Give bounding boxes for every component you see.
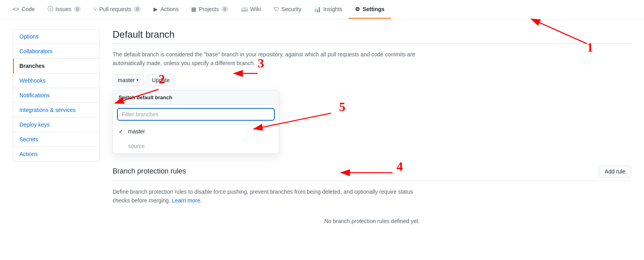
sidebar-item-actions[interactable]: Actions [13,147,100,161]
branch-controls: master ▾ Update Switch default branch ✓ … [113,74,631,86]
projects-icon: ▦ [191,6,196,12]
tab-issues[interactable]: ⓘ Issues 0 [41,0,88,19]
page-layout: Options Collaborators Branches Webhooks … [0,19,644,259]
sidebar-item-branches[interactable]: Branches [13,59,100,73]
branch-name-source: source [128,143,145,149]
tab-insights[interactable]: 📊 Insights [308,0,349,19]
projects-badge: 0 [221,6,228,12]
tab-settings[interactable]: ⚙ Settings [349,0,391,19]
sidebar-item-secrets[interactable]: Secrets [13,132,100,147]
filter-branches-input[interactable] [117,108,275,121]
sidebar-item-options[interactable]: Options [13,29,100,44]
dropdown-item-source[interactable]: source [113,139,279,154]
tab-actions[interactable]: ▶ Actions [147,0,185,19]
chevron-down-icon: ▾ [136,78,138,82]
protection-header: Branch protection rules Add rule [113,166,631,181]
branch-name-master: master [128,128,145,135]
settings-icon: ⚙ [355,6,360,12]
protection-section: Branch protection rules Add rule Define … [113,166,631,224]
master-dropdown-button[interactable]: master ▾ [113,74,144,86]
pr-badge: 0 [134,6,141,12]
branch-dropdown: Switch default branch ✓ master source [113,90,279,154]
sidebar-item-deploy-keys[interactable]: Deploy keys [13,117,100,132]
update-button[interactable]: Update [147,74,175,86]
tab-code[interactable]: <> Code [6,0,41,19]
section-title: Default branch [113,29,631,44]
sidebar-item-collaborators[interactable]: Collaborators [13,44,100,59]
top-nav: <> Code ⓘ Issues 0 ⑂ Pull requests 0 ▶ A… [0,0,644,19]
tab-projects[interactable]: ▦ Projects 0 [185,0,235,19]
insights-icon: 📊 [314,6,321,12]
sidebar-item-webhooks[interactable]: Webhooks [13,73,100,88]
tab-pull-requests[interactable]: ⑂ Pull requests 0 [87,0,147,19]
no-rules-message: No branch protection rules defined yet. [113,218,631,224]
issues-badge: 0 [74,6,81,12]
check-icon: ✓ [119,128,125,135]
protection-description: Define branch protection rules to disabl… [113,187,430,205]
sidebar-item-notifications[interactable]: Notifications [13,88,100,103]
learn-more-link[interactable]: Learn more. [172,197,201,204]
dropdown-item-master[interactable]: ✓ master [113,124,279,139]
pr-icon: ⑂ [94,6,97,12]
actions-icon: ▶ [153,6,158,12]
protection-title: Branch protection rules [113,167,186,175]
sidebar: Options Collaborators Branches Webhooks … [13,29,100,162]
security-icon: 🛡 [274,6,279,12]
tab-wiki[interactable]: 📖 Wiki [235,0,267,19]
dropdown-list: ✓ master source [113,124,279,154]
wiki-icon: 📖 [241,6,248,12]
dropdown-header: Switch default branch [113,91,279,105]
code-icon: <> [13,6,19,12]
sidebar-item-integrations[interactable]: Integrations & services [13,103,100,117]
issues-icon: ⓘ [48,6,53,13]
add-rule-button[interactable]: Add rule [599,166,631,177]
dropdown-search-container [113,105,279,124]
section-description: The default branch is considered the "ba… [113,50,430,68]
tab-security[interactable]: 🛡 Security [267,0,308,19]
main-content: Default branch The default branch is con… [113,29,631,249]
